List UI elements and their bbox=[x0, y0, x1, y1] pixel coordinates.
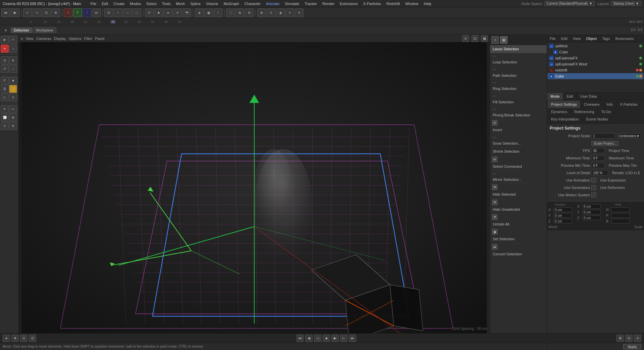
sel-convert-item[interactable]: Convert Selection bbox=[490, 250, 547, 258]
play-fwd-step-btn[interactable]: ▷ bbox=[340, 335, 347, 342]
null-btn[interactable]: ∅ bbox=[145, 8, 154, 17]
menu-xparticles[interactable]: X-Particles bbox=[361, 0, 384, 7]
left-b-btn[interactable]: B bbox=[1, 85, 9, 93]
edge-mode-btn[interactable]: — bbox=[123, 8, 132, 17]
move-btn[interactable]: ⊕ bbox=[51, 8, 60, 17]
play-back-btn[interactable]: ⏮ bbox=[1, 8, 10, 17]
left-paint-btn[interactable]: ✏ bbox=[9, 105, 17, 113]
prop-tab-info[interactable]: Info bbox=[603, 101, 616, 108]
light-add-btn[interactable]: ☀ bbox=[173, 8, 182, 17]
sel-hide-unsel-icon[interactable]: 👁 bbox=[492, 200, 497, 205]
left-mode-2[interactable]: ≡ bbox=[9, 36, 17, 44]
obj-xpexplosiaFX[interactable]: xp xpExplosiaFX bbox=[548, 55, 643, 61]
obj-tab-tags[interactable]: Tags bbox=[601, 37, 611, 41]
world-axis-btn[interactable]: W bbox=[92, 8, 101, 17]
node-space-dropdown[interactable]: Current (Standard/Physical) ▼ bbox=[544, 1, 595, 6]
fps-value[interactable]: 30 bbox=[591, 148, 605, 153]
sel-connected-icon[interactable]: ⊛ bbox=[492, 157, 497, 162]
obj-cube-2[interactable]: ■ Cube bbox=[548, 73, 643, 79]
xyz-b-val[interactable] bbox=[611, 219, 630, 223]
xyz-y-val[interactable]: 0 cm bbox=[553, 213, 572, 218]
menu-animate[interactable]: Animate bbox=[263, 0, 282, 7]
model-mode-btn[interactable]: M bbox=[104, 8, 113, 17]
vp-display[interactable]: Display bbox=[54, 37, 66, 41]
redo-btn[interactable]: ↪ bbox=[33, 8, 41, 17]
prop-tab-project[interactable]: Project Settings bbox=[548, 101, 581, 108]
lod-value[interactable]: 100 % bbox=[591, 170, 608, 176]
left-f-btn[interactable]: F bbox=[1, 77, 9, 85]
menu-tools[interactable]: Tools bbox=[159, 0, 173, 7]
menu-select[interactable]: Select bbox=[144, 0, 159, 7]
menu-modes[interactable]: Modes bbox=[127, 0, 144, 7]
material-btn[interactable]: ◈ bbox=[195, 8, 204, 17]
sel-fill-item[interactable]: Fill Selection bbox=[490, 98, 547, 106]
prop-tab-scenenodes[interactable]: Scene Nodes bbox=[583, 115, 612, 123]
sel-set-item[interactable]: Set Selection bbox=[490, 235, 547, 243]
undo-btn[interactable]: ↩ bbox=[23, 8, 32, 17]
min-time-value[interactable]: 0 F bbox=[591, 155, 605, 161]
prop-tab-cineware[interactable]: Cineware bbox=[581, 101, 603, 108]
play-back-step-btn[interactable]: ◀ bbox=[305, 335, 313, 342]
play-stop-btn[interactable]: ■ bbox=[323, 335, 330, 342]
tc-btn-3[interactable]: ⊙ bbox=[20, 335, 28, 342]
live-select-btn[interactable]: ⊡ bbox=[42, 8, 51, 17]
layout-dropdown[interactable]: Startup (User) ▼ bbox=[611, 1, 641, 6]
render-settings-btn[interactable]: ⚙ bbox=[245, 8, 254, 17]
obj-tab-bookmarks[interactable]: Bookmarks bbox=[614, 37, 635, 41]
y-axis-btn[interactable]: Y bbox=[73, 8, 82, 17]
cube-add-btn[interactable]: ■ bbox=[154, 8, 163, 17]
obj-xpwind[interactable]: xp xpWind bbox=[548, 43, 643, 49]
tc-right-3[interactable]: ⊙ bbox=[634, 335, 641, 342]
left-tool-2[interactable]: ⊕ bbox=[9, 56, 17, 64]
sel-hide-sel-item[interactable]: Hide Selected bbox=[490, 191, 547, 199]
left-mode-1[interactable]: ▶ bbox=[1, 36, 9, 44]
obj-xpexplosiaFX-wind[interactable]: xp xpExplosiaFX Wind bbox=[548, 61, 643, 67]
vp-btn-1[interactable]: ⊙ bbox=[462, 35, 469, 42]
left-box-btn[interactable]: ⬜ bbox=[1, 113, 9, 121]
play-forward-btn[interactable]: ▶ bbox=[11, 8, 19, 17]
menu-character[interactable]: Character bbox=[242, 0, 263, 7]
deform-btn[interactable]: ⌇ bbox=[214, 8, 222, 17]
use-gen-check[interactable]: ✓ bbox=[591, 185, 596, 190]
menu-window[interactable]: Window bbox=[402, 0, 421, 7]
texture-btn[interactable]: ▦ bbox=[204, 8, 213, 17]
left-cube-btn[interactable]: ■ bbox=[9, 77, 17, 85]
viewport[interactable]: ≡ View Cameras Display Options Filter Pa… bbox=[19, 35, 490, 333]
left-arrow-btn[interactable]: ▷ bbox=[1, 93, 9, 101]
sel-hide-icon[interactable]: 👁 bbox=[492, 185, 497, 190]
obj-redshift[interactable]: rs redshift bbox=[548, 67, 643, 73]
tc-btn-4[interactable]: ⊡ bbox=[29, 335, 36, 342]
sel-unhide-icon[interactable]: 👁 bbox=[492, 214, 497, 220]
menu-edit[interactable]: Edit bbox=[99, 0, 111, 7]
left-s-btn[interactable]: S bbox=[9, 85, 17, 93]
left-star-btn[interactable]: ✦ bbox=[1, 105, 9, 113]
key-btn[interactable]: ⟐ bbox=[9, 45, 17, 53]
sel-ring-item[interactable]: Ring Selection bbox=[490, 85, 547, 93]
record-btn[interactable]: ● bbox=[1, 45, 9, 53]
menu-create[interactable]: Create bbox=[111, 0, 127, 7]
x-axis-btn[interactable]: X bbox=[64, 8, 72, 17]
tc-right-1[interactable]: ⊞ bbox=[616, 335, 624, 342]
menu-simulate[interactable]: Simulate bbox=[282, 0, 302, 7]
xyz-x2-val[interactable]: 0 cm bbox=[582, 204, 601, 209]
snap-btn[interactable]: ⊙ bbox=[267, 8, 275, 17]
sel-phong-item[interactable]: Phong Break Selection bbox=[490, 111, 547, 119]
render-btn[interactable]: ⬛ bbox=[226, 8, 235, 17]
sel-unhide-item[interactable]: Unhide All bbox=[490, 220, 547, 229]
vp-btn-3[interactable]: ▦ bbox=[481, 35, 488, 42]
obj-tab-file[interactable]: File bbox=[548, 37, 557, 41]
z-axis-btn[interactable]: Z bbox=[83, 8, 91, 17]
scale-project-btn[interactable]: Scale Project... bbox=[591, 141, 619, 146]
use-anim-check[interactable]: ✓ bbox=[591, 178, 596, 183]
render-region-btn[interactable]: ⊞ bbox=[235, 8, 244, 17]
menu-redshift[interactable]: Redshift bbox=[384, 0, 402, 7]
prop-tab-dynamics[interactable]: Dynamics bbox=[548, 108, 571, 115]
sel-shrink-item[interactable]: Shrink Selection bbox=[490, 148, 547, 156]
menu-mograph[interactable]: MoGraph bbox=[221, 0, 242, 7]
attr-tab-userdata[interactable]: User Data bbox=[577, 93, 601, 100]
vp-options[interactable]: Options bbox=[69, 37, 82, 41]
play-start-btn[interactable]: ⏮ bbox=[297, 335, 304, 342]
sel-loop-item[interactable]: Loop Selection bbox=[490, 58, 547, 66]
tc-btn-2[interactable]: ★ bbox=[11, 335, 19, 342]
workplane-button[interactable]: Workplane bbox=[33, 28, 56, 33]
